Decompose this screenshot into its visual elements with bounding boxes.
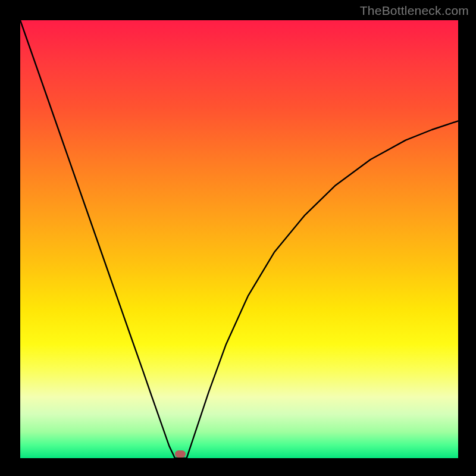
chart-frame: TheBottleneck.com bbox=[0, 0, 476, 476]
min-marker bbox=[175, 450, 186, 458]
plot-area bbox=[20, 20, 458, 458]
bottleneck-curve bbox=[20, 20, 458, 458]
watermark-text: TheBottleneck.com bbox=[360, 4, 469, 18]
